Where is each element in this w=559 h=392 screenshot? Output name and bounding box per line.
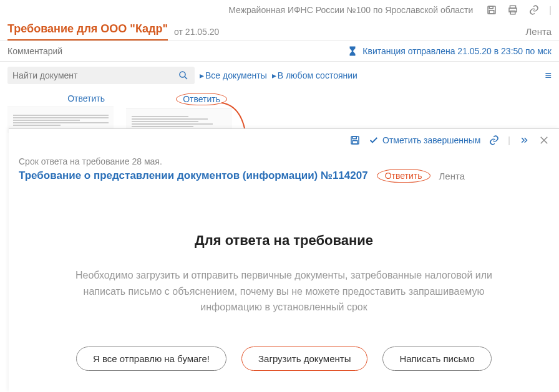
save-icon[interactable]: [485, 4, 498, 16]
svg-rect-2: [490, 11, 495, 14]
svg-rect-10: [352, 141, 357, 144]
tab-lenta[interactable]: Лента: [525, 26, 552, 37]
svg-rect-1: [490, 6, 493, 9]
svg-line-7: [185, 77, 187, 79]
deadline-text: Срок ответа на требование 28 мая.: [9, 151, 559, 169]
reply-button[interactable]: Ответить: [377, 169, 430, 183]
separator: |: [549, 5, 552, 15]
instructions-title: Для ответа на требование: [9, 232, 559, 249]
svg-rect-9: [352, 136, 356, 139]
panel-tab-lenta[interactable]: Лента: [439, 171, 465, 181]
search-icon[interactable]: [177, 69, 190, 82]
comment-row: Квитанция отправлена 21.05.20 в 23:50 по…: [0, 41, 559, 62]
panel-expand-icon[interactable]: [518, 134, 530, 146]
reply-link-1[interactable]: Ответить: [64, 93, 109, 104]
mark-complete-button[interactable]: Отметить завершенным: [369, 135, 480, 145]
detail-panel: Отметить завершенным | Срок ответа на тр…: [9, 128, 559, 392]
thumb-card-2[interactable]: Ответить: [126, 90, 232, 134]
filter-row: ▸Все документы ▸В любом состоянии ≡: [0, 62, 559, 89]
action-buttons: Я все отправлю на бумаге! Загрузить доку…: [9, 347, 559, 371]
write-letter-button[interactable]: Написать письмо: [382, 347, 492, 371]
hourglass-icon: [346, 45, 359, 57]
topbar: Межрайонная ИФНС России №100 по Ярославс…: [0, 0, 559, 20]
filter-all-docs[interactable]: ▸Все документы: [200, 70, 267, 80]
comment-input[interactable]: [7, 46, 341, 56]
send-paper-button[interactable]: Я все отправлю на бумаге!: [76, 347, 226, 371]
receipt-status[interactable]: Квитанция отправлена 21.05.20 в 23:50 по…: [362, 46, 552, 56]
link-icon[interactable]: [528, 4, 540, 16]
panel-toolbar: Отметить завершенным |: [9, 129, 559, 151]
mark-complete-label: Отметить завершенным: [382, 135, 480, 145]
org-name: Межрайонная ИФНС России №100 по Ярославс…: [228, 5, 473, 15]
filter-any-state[interactable]: ▸В любом состоянии: [272, 70, 357, 80]
upload-docs-button[interactable]: Загрузить документы: [241, 347, 367, 371]
panel-link-icon[interactable]: [488, 134, 500, 146]
print-icon[interactable]: [507, 4, 519, 16]
panel-sep: |: [508, 135, 510, 145]
svg-point-6: [180, 72, 185, 77]
search-input[interactable]: [12, 70, 177, 80]
instructions-body: Необходимо загрузить и отправить первичн…: [59, 267, 508, 315]
request-title[interactable]: Требование о представлении документов (и…: [19, 170, 368, 182]
request-title-row: Требование о представлении документов (и…: [9, 169, 559, 189]
search-box[interactable]: [7, 67, 195, 84]
page-title: Требование для ООО "Кадр": [7, 22, 168, 41]
close-icon[interactable]: [538, 134, 550, 146]
panel-save-icon[interactable]: [349, 134, 361, 146]
reply-link-2[interactable]: Ответить: [176, 93, 227, 105]
page-date: от 21.05.20: [174, 27, 219, 37]
menu-icon[interactable]: ≡: [545, 69, 552, 82]
filter-all-docs-label: Все документы: [205, 70, 267, 80]
filter-any-state-label: В любом состоянии: [278, 70, 357, 80]
header-row: Требование для ООО "Кадр" от 21.05.20 Ле…: [0, 20, 559, 41]
thumb-card-1[interactable]: Ответить: [7, 90, 114, 134]
